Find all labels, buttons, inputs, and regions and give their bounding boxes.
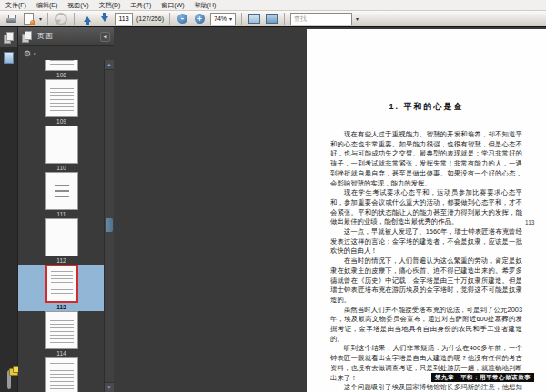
thumbnail-page[interactable] xyxy=(46,126,78,164)
thumbnail-page[interactable] xyxy=(46,311,78,349)
thumbnail-109[interactable]: 109 xyxy=(18,79,105,126)
previous-view-icon xyxy=(55,13,67,25)
thumbnail-label: 112 xyxy=(56,256,66,265)
menu-item-1[interactable]: 文件(F) xyxy=(5,1,26,10)
section-title: 1. 平和的心是金 xyxy=(330,101,522,113)
pages-icon xyxy=(22,31,32,43)
printer-icon xyxy=(6,15,17,24)
thumbnail-112[interactable]: 112 xyxy=(18,218,105,265)
thumbnails-scrollbar[interactable]: ▲ ▼ xyxy=(104,60,114,392)
thumbnail-label: 113 xyxy=(56,303,66,311)
find-dropdown-caret[interactable]: ▾ xyxy=(356,16,359,22)
thumbnail-113[interactable]: 113 xyxy=(18,265,105,311)
menu-item-5[interactable]: 工具(T) xyxy=(130,1,151,10)
next-page-button[interactable] xyxy=(97,12,111,25)
print-button[interactable] xyxy=(5,12,18,25)
pages-panel-header: 页面 ◀ xyxy=(18,27,114,46)
zoom-level-value: 74% xyxy=(214,15,227,22)
thumbnail-label: 114 xyxy=(56,349,66,357)
thumbnail-label: 111 xyxy=(57,210,66,218)
arrow-down-icon xyxy=(101,16,108,25)
menu-item-7[interactable]: 帮助(H) xyxy=(195,1,217,10)
menu-item-6[interactable]: 窗口(W) xyxy=(161,1,184,10)
thumbnail-page[interactable] xyxy=(46,265,78,303)
page-count-label: (127/256) xyxy=(136,15,164,22)
panel-options-row: ⚙ ▾ xyxy=(18,46,114,61)
menu-bar: 文件(F)编辑(E)视图(V)文档(D)工具(T)窗口(W)帮助(H) xyxy=(0,0,546,11)
export-button[interactable] xyxy=(22,12,35,25)
fit-width-button[interactable] xyxy=(248,12,261,25)
find-input[interactable] xyxy=(290,13,352,25)
content-area: 页面 ◀ ⚙ ▾ 108109110111112113114 ▲ ▼ 1. 平和… xyxy=(0,26,546,392)
thumbnail-page[interactable] xyxy=(46,60,78,71)
thumbnail-list: 108109110111112113114 xyxy=(18,60,105,392)
zoom-in-button[interactable]: + xyxy=(193,12,207,25)
pages-icon xyxy=(4,32,14,44)
toolbar-separator xyxy=(74,13,75,25)
margin-page-number: 113 xyxy=(525,219,534,226)
thumbnail-111[interactable]: 111 xyxy=(18,172,105,218)
fit-page-button[interactable] xyxy=(265,12,278,25)
previous-page-button[interactable] xyxy=(80,12,94,25)
navigation-tab-strip xyxy=(0,27,18,392)
chevron-down-icon: ▾ xyxy=(229,16,232,22)
zoom-in-icon: + xyxy=(195,14,205,24)
scroll-down-button[interactable]: ▼ xyxy=(105,382,114,392)
tab-pages[interactable] xyxy=(0,27,17,47)
toolbar-separator xyxy=(241,13,242,25)
menu-item-4[interactable]: 文档(D) xyxy=(99,1,121,10)
page-number-input[interactable] xyxy=(115,13,133,25)
paragraph: 虽然当时人们并不能接受塔布克的说法，可是到了公元2003年，埃及最高文物委员会宣… xyxy=(330,306,522,345)
thumbnail-page[interactable] xyxy=(46,357,78,392)
thumbnail-110[interactable]: 110 xyxy=(18,126,105,172)
arrow-up-icon xyxy=(84,13,91,22)
fit-width-icon xyxy=(248,14,260,24)
scrollbar-thumb[interactable] xyxy=(106,218,113,232)
pages-panel: 页面 ◀ ⚙ ▾ 108109110111112113114 ▲ ▼ xyxy=(18,27,114,392)
export-dropdown-caret[interactable]: ▾ xyxy=(39,16,42,22)
menu-item-3[interactable]: 视图(V) xyxy=(67,1,88,10)
zoom-level-dropdown[interactable]: 74% ▾ xyxy=(210,13,236,25)
zoom-out-button[interactable]: - xyxy=(176,12,189,25)
chapter-footer-label: 第九章 平和：用平常心做该做事 xyxy=(431,373,534,382)
thumbnail-label: 108 xyxy=(56,71,66,79)
tab-strip-bottom xyxy=(0,366,17,388)
zoom-out-icon: - xyxy=(177,14,187,24)
scroll-up-button[interactable]: ▲ xyxy=(105,60,114,70)
layers-icon xyxy=(4,52,14,64)
thumbnail-label: 109 xyxy=(56,117,66,126)
paragraph: 现在学生考试要求心态平和，运动员参加比赛要求心态平和，参加重要会议或什么重大的活… xyxy=(330,188,522,227)
paragraph: 这一点，早就被人发现了。1560年，瑞士钟表匠塔布克曾经发表过这样的言论：金字塔… xyxy=(330,227,522,256)
page-body-text: 现在有些人过于重视能力、智慧的开发和培养，却不知道平和的心态也非常重要。如果能力… xyxy=(330,130,522,392)
tab-layers[interactable] xyxy=(0,47,17,67)
thumbnail-label: 110 xyxy=(56,164,66,172)
pdf-reader-window: 文件(F)编辑(E)视图(V)文档(D)工具(T)窗口(W)帮助(H) ▾ (1… xyxy=(0,0,546,392)
thumbnail-108[interactable]: 108 xyxy=(18,60,105,79)
paragraph: 这个问题吸引了埃及国家博物馆馆长多玛斯的注意，他想知道这位钟表匠到底是什么样的人… xyxy=(330,383,522,392)
previous-view-button[interactable] xyxy=(54,12,68,25)
thumbnail-page[interactable] xyxy=(46,172,78,210)
fit-page-icon xyxy=(266,14,278,24)
toolbar-separator xyxy=(47,13,48,25)
toolbar-separator xyxy=(169,13,170,25)
menu-item-2[interactable]: 编辑(E) xyxy=(36,1,57,10)
toolbar-separator xyxy=(284,13,285,25)
chevron-down-icon[interactable]: ▾ xyxy=(34,51,36,56)
document-page: 1. 平和的心是金 现在有些人过于重视能力、智慧的开发和培养，却不知道平和的心态… xyxy=(307,29,546,392)
toolbar: ▾ (127/256) - + 74% ▾ ▾ xyxy=(0,11,546,27)
panel-collapse-button[interactable]: ◀ xyxy=(100,32,110,42)
gear-icon[interactable]: ⚙ xyxy=(24,50,31,58)
panel-title: 页面 xyxy=(37,32,95,41)
thumbnail-partial[interactable] xyxy=(18,357,105,392)
paragraph: 在当时的情况下，人们普遍认为这么繁重的劳动，肯定是奴隶在奴隶主的皮鞭下，痛心疾首… xyxy=(330,256,522,306)
paragraph: 现在有些人过于重视能力、智慧的开发和培养，却不知道平和的心态也非常重要。如果能力… xyxy=(330,130,522,188)
thumbnail-page[interactable] xyxy=(46,218,78,256)
thumbnail-page[interactable] xyxy=(46,79,78,117)
export-document-icon xyxy=(24,13,34,25)
thumbnail-114[interactable]: 114 xyxy=(18,311,105,357)
